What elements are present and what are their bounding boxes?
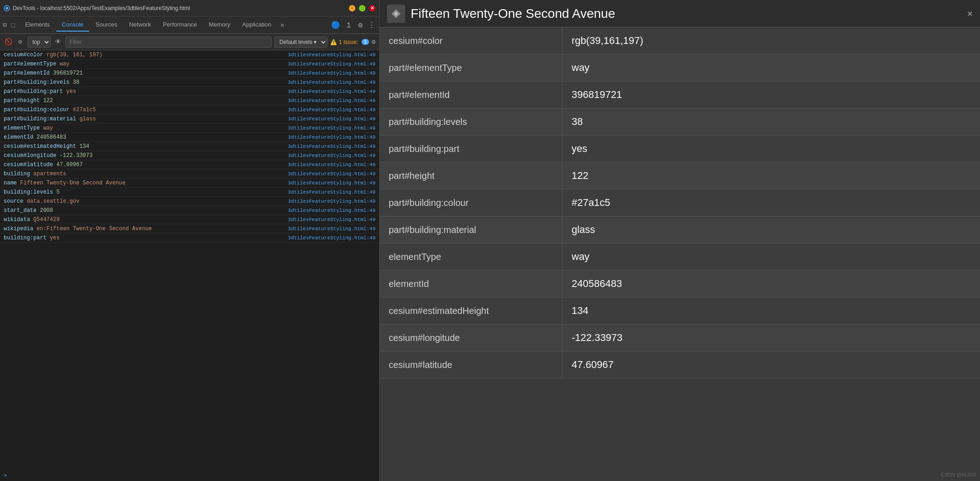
settings-icon[interactable]: ⚙	[356, 19, 364, 32]
console-row-content: cesium#estimatedHeight 134	[4, 143, 284, 150]
device-toggle-icon[interactable]: ⬚	[10, 20, 16, 30]
console-row-content: source data.seattle.gov	[4, 198, 284, 205]
console-row[interactable]: cesium#estimatedHeight 1343dtilesFeature…	[0, 142, 379, 151]
issue-warning-icon: ⚠️	[330, 39, 337, 45]
property-row: part#building:colour#27a1c5	[380, 189, 980, 216]
source-link[interactable]: 3dtilesFeatureStyling.html:49	[288, 98, 375, 103]
console-row[interactable]: part#building:levels 383dtilesFeatureSty…	[0, 78, 379, 87]
property-row: part#elementTypeway	[380, 54, 980, 81]
source-link[interactable]: 3dtilesFeatureStyling.html:49	[288, 144, 375, 149]
console-row-content: wikidata Q5447429	[4, 216, 284, 223]
console-row-content: elementType way	[4, 125, 284, 131]
console-row-content: part#building:part yes	[4, 88, 284, 95]
tab-network[interactable]: Network	[123, 18, 156, 32]
source-link[interactable]: 3dtilesFeatureStyling.html:49	[288, 189, 375, 195]
levels-select[interactable]: Default levels ▾	[274, 37, 327, 48]
console-row-content: building:part yes	[4, 235, 284, 241]
minimize-button[interactable]: –	[349, 5, 355, 11]
source-link[interactable]: 3dtilesFeatureStyling.html:49	[288, 199, 375, 204]
console-row[interactable]: source data.seattle.gov3dtilesFeatureSty…	[0, 197, 379, 206]
inspect-element-icon[interactable]: ⊡	[2, 20, 7, 30]
tab-performance[interactable]: Performance	[157, 18, 202, 32]
property-row: cesium#longitude-122.33973	[380, 324, 980, 351]
title-bar-controls: – □ ✕	[349, 5, 375, 11]
tab-memory[interactable]: Memory	[203, 18, 236, 32]
context-select[interactable]: top	[27, 37, 51, 48]
property-value: rgb(39,161,197)	[562, 27, 980, 54]
property-value: 396819721	[562, 81, 980, 108]
close-panel-button[interactable]: ✕	[967, 8, 973, 19]
console-row[interactable]: start_date 20083dtilesFeatureStyling.htm…	[0, 206, 379, 215]
prompt-chevron-icon: >	[4, 473, 7, 479]
console-row[interactable]: cesium#longitude -122.339733dtilesFeatur…	[0, 151, 379, 160]
source-link[interactable]: 3dtilesFeatureStyling.html:49	[288, 235, 375, 241]
source-link[interactable]: 3dtilesFeatureStyling.html:49	[288, 80, 375, 85]
issue-text: 1 Issue:	[339, 39, 358, 45]
property-row: cesium#estimatedHeight134	[380, 297, 980, 324]
console-row[interactable]: part#building:material glass3dtilesFeatu…	[0, 114, 379, 124]
console-output: cesium#color rgb(39, 161, 197)3dtilesFea…	[0, 50, 379, 471]
console-settings-icon[interactable]: ⚙	[372, 38, 375, 46]
source-link[interactable]: 3dtilesFeatureStyling.html:49	[288, 135, 375, 140]
close-button[interactable]: ✕	[369, 5, 375, 11]
source-link[interactable]: 3dtilesFeatureStyling.html:49	[288, 208, 375, 213]
console-row[interactable]: building:levels 53dtilesFeatureStyling.h…	[0, 188, 379, 197]
tab-sources[interactable]: Sources	[90, 18, 123, 32]
console-row[interactable]: part#elementType way3dtilesFeatureStylin…	[0, 59, 379, 69]
source-link[interactable]: 3dtilesFeatureStyling.html:49	[288, 116, 375, 122]
console-row-content: cesium#longitude -122.33973	[4, 152, 284, 159]
source-link[interactable]: 3dtilesFeatureStyling.html:49	[288, 107, 375, 113]
svg-point-1	[5, 7, 8, 10]
source-link[interactable]: 3dtilesFeatureStyling.html:49	[288, 61, 375, 67]
property-row: elementId240586483	[380, 270, 980, 297]
console-row-content: cesium#color rgb(39, 161, 197)	[4, 52, 284, 58]
console-row[interactable]: building apartments3dtilesFeatureStyling…	[0, 169, 379, 178]
source-link[interactable]: 3dtilesFeatureStyling.html:49	[288, 70, 375, 76]
tab-console[interactable]: Console	[56, 18, 89, 32]
more-options-icon[interactable]: ⋮	[366, 19, 377, 32]
source-link[interactable]: 3dtilesFeatureStyling.html:49	[288, 125, 375, 131]
tab-elements[interactable]: Elements	[20, 18, 55, 32]
property-value: yes	[562, 135, 980, 162]
source-link[interactable]: 3dtilesFeatureStyling.html:49	[288, 52, 375, 58]
console-row[interactable]: cesium#latitude 47.609673dtilesFeatureSt…	[0, 160, 379, 169]
source-link[interactable]: 3dtilesFeatureStyling.html:49	[288, 217, 375, 222]
console-row-content: part#building:colour #27a1c5	[4, 107, 284, 113]
console-prompt[interactable]: >	[0, 471, 379, 481]
console-row-content: part#building:levels 38	[4, 79, 284, 86]
console-row[interactable]: part#height 1223dtilesFeatureStyling.htm…	[0, 96, 379, 105]
source-link[interactable]: 3dtilesFeatureStyling.html:49	[288, 89, 375, 94]
console-row[interactable]: name Fifteen Twenty-One Second Avenue3dt…	[0, 178, 379, 188]
console-row[interactable]: part#elementId 3968197213dtilesFeatureSt…	[0, 69, 379, 78]
source-link[interactable]: 3dtilesFeatureStyling.html:49	[288, 171, 375, 177]
devtools-logo-icon	[4, 5, 10, 11]
filter-input[interactable]	[65, 37, 272, 48]
property-value: 134	[562, 297, 980, 324]
right-panel-header: Fifteen Twenty-One Second Avenue ✕	[380, 0, 980, 27]
source-link[interactable]: 3dtilesFeatureStyling.html:49	[288, 162, 375, 168]
console-row[interactable]: part#building:part yes3dtilesFeatureStyl…	[0, 87, 379, 96]
source-link[interactable]: 3dtilesFeatureStyling.html:49	[288, 153, 375, 158]
source-link[interactable]: 3dtilesFeatureStyling.html:49	[288, 180, 375, 186]
console-row[interactable]: wikipedia en:Fifteen Twenty-One Second A…	[0, 224, 379, 233]
eye-icon[interactable]: 👁	[54, 38, 63, 47]
tab-application[interactable]: Application	[237, 18, 277, 32]
maximize-button[interactable]: □	[359, 5, 365, 11]
console-row-content: building apartments	[4, 171, 284, 177]
console-row[interactable]: elementId 2405864833dtilesFeatureStyling…	[0, 133, 379, 142]
filter-toggle-button[interactable]: ⊘	[16, 38, 25, 47]
more-tabs-button[interactable]: »	[278, 19, 287, 32]
property-value: way	[562, 54, 980, 81]
clear-console-button[interactable]: 🚫	[4, 38, 13, 47]
console-row-content: part#elementId 396819721	[4, 70, 284, 76]
source-link[interactable]: 3dtilesFeatureStyling.html:49	[288, 226, 375, 232]
property-key: part#building:part	[380, 135, 562, 162]
console-row[interactable]: wikidata Q54474293dtilesFeatureStyling.h…	[0, 215, 379, 224]
property-value: glass	[562, 216, 980, 243]
console-row[interactable]: elementType way3dtilesFeatureStyling.htm…	[0, 124, 379, 133]
property-key: part#building:colour	[380, 189, 562, 216]
console-row[interactable]: building:part yes3dtilesFeatureStyling.h…	[0, 233, 379, 243]
console-row[interactable]: cesium#color rgb(39, 161, 197)3dtilesFea…	[0, 50, 379, 59]
property-value: -122.33973	[562, 324, 980, 351]
console-row[interactable]: part#building:colour #27a1c53dtilesFeatu…	[0, 105, 379, 114]
